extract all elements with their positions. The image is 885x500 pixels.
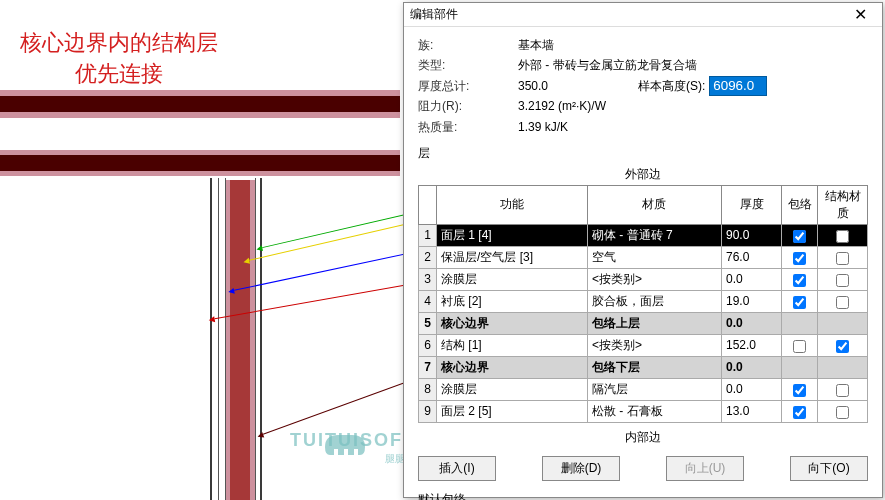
row-index: 5 <box>419 312 437 334</box>
table-row[interactable]: 1面层 1 [4]砌体 - 普通砖 790.0 <box>419 224 868 246</box>
checkbox[interactable] <box>793 252 806 265</box>
cell-material[interactable]: 空气 <box>587 246 721 268</box>
layers-table[interactable]: 功能 材质 厚度 包络 结构材质 1面层 1 [4]砌体 - 普通砖 790.0… <box>418 185 868 423</box>
checkbox[interactable] <box>836 230 849 243</box>
table-row[interactable]: 2保温层/空气层 [3]空气76.0 <box>419 246 868 268</box>
cell-structural[interactable] <box>818 224 868 246</box>
cell-thickness[interactable]: 0.0 <box>722 312 782 334</box>
table-row[interactable]: 3涂膜层<按类别>0.0 <box>419 268 868 290</box>
cell-wrap[interactable] <box>782 312 818 334</box>
table-row[interactable]: 4衬底 [2]胶合板，面层19.0 <box>419 290 868 312</box>
col-material: 材质 <box>587 185 721 224</box>
cell-thickness[interactable]: 19.0 <box>722 290 782 312</box>
wall-layer-line <box>210 178 212 500</box>
cell-function[interactable]: 结构 [1] <box>437 334 588 356</box>
cell-structural[interactable] <box>818 400 868 422</box>
cell-material[interactable]: <按类别> <box>587 334 721 356</box>
table-row[interactable]: 7核心边界包络下层0.0 <box>419 356 868 378</box>
cell-thickness[interactable]: 0.0 <box>722 378 782 400</box>
checkbox[interactable] <box>793 384 806 397</box>
resistance-value: 3.2192 (m²·K)/W <box>518 96 868 116</box>
checkbox[interactable] <box>793 340 806 353</box>
default-wrap-section: 默认包络 插入点(N): 不包络 结束点(E): 无 <box>404 487 882 500</box>
cell-thickness[interactable]: 0.0 <box>722 268 782 290</box>
table-row[interactable]: 6结构 [1]<按类别>152.0 <box>419 334 868 356</box>
sample-height-label: 样本高度(S): <box>638 76 705 96</box>
cell-thickness[interactable]: 76.0 <box>722 246 782 268</box>
checkbox[interactable] <box>836 296 849 309</box>
checkbox[interactable] <box>793 230 806 243</box>
checkbox[interactable] <box>793 296 806 309</box>
delete-button[interactable]: 删除(D) <box>542 456 620 481</box>
cell-material[interactable]: 砌体 - 普通砖 7 <box>587 224 721 246</box>
checkbox[interactable] <box>836 340 849 353</box>
row-index: 1 <box>419 224 437 246</box>
close-button[interactable]: ✕ <box>844 4 876 26</box>
checkbox[interactable] <box>836 406 849 419</box>
cell-thickness[interactable]: 90.0 <box>722 224 782 246</box>
checkbox[interactable] <box>836 384 849 397</box>
cell-function[interactable]: 核心边界 <box>437 312 588 334</box>
cell-thickness[interactable]: 13.0 <box>722 400 782 422</box>
cell-function[interactable]: 保温层/空气层 [3] <box>437 246 588 268</box>
sample-height-input[interactable] <box>709 76 767 96</box>
cell-structural[interactable] <box>818 356 868 378</box>
thermal-label: 热质量: <box>418 117 518 137</box>
checkbox[interactable] <box>836 252 849 265</box>
col-thickness: 厚度 <box>722 185 782 224</box>
watermark-logo-icon <box>320 425 370 460</box>
resistance-label: 阻力(R): <box>418 96 518 116</box>
wall-horizontal-1 <box>0 90 400 118</box>
arrow-green <box>262 210 423 248</box>
cell-structural[interactable] <box>818 246 868 268</box>
cell-function[interactable]: 核心边界 <box>437 356 588 378</box>
cell-function[interactable]: 涂膜层 <box>437 378 588 400</box>
cell-material[interactable]: 隔汽层 <box>587 378 721 400</box>
checkbox[interactable] <box>836 274 849 287</box>
table-row[interactable]: 8涂膜层隔汽层0.0 <box>419 378 868 400</box>
cell-structural[interactable] <box>818 268 868 290</box>
wall-layer-line <box>218 178 219 500</box>
cell-wrap[interactable] <box>782 268 818 290</box>
cell-material[interactable]: 胶合板，面层 <box>587 290 721 312</box>
cell-material[interactable]: 包络下层 <box>587 356 721 378</box>
wall-horizontal-2 <box>0 150 400 176</box>
table-row[interactable]: 9面层 2 [5]松散 - 石膏板13.0 <box>419 400 868 422</box>
annotation-text: 核心边界内的结构层 优先连接 <box>20 28 218 90</box>
insert-button[interactable]: 插入(I) <box>418 456 496 481</box>
cell-material[interactable]: 包络上层 <box>587 312 721 334</box>
cell-thickness[interactable]: 152.0 <box>722 334 782 356</box>
cell-thickness[interactable]: 0.0 <box>722 356 782 378</box>
cell-structural[interactable] <box>818 290 868 312</box>
wall-vertical <box>225 180 255 500</box>
cell-wrap[interactable] <box>782 400 818 422</box>
cell-structural[interactable] <box>818 312 868 334</box>
cell-function[interactable]: 衬底 [2] <box>437 290 588 312</box>
type-label: 类型: <box>418 55 518 75</box>
cell-structural[interactable] <box>818 334 868 356</box>
checkbox[interactable] <box>793 274 806 287</box>
cell-material[interactable]: 松散 - 石膏板 <box>587 400 721 422</box>
col-structural: 结构材质 <box>818 185 868 224</box>
inner-side-label: 内部边 <box>418 423 868 448</box>
arrow-blue <box>234 250 421 291</box>
titlebar[interactable]: 编辑部件 ✕ <box>404 3 882 27</box>
cell-material[interactable]: <按类别> <box>587 268 721 290</box>
family-value: 基本墙 <box>518 35 868 55</box>
cell-wrap[interactable] <box>782 356 818 378</box>
up-button[interactable]: 向上(U) <box>666 456 744 481</box>
cell-function[interactable]: 面层 1 [4] <box>437 224 588 246</box>
cell-wrap[interactable] <box>782 224 818 246</box>
cell-wrap[interactable] <box>782 334 818 356</box>
layers-title: 层 <box>418 145 868 162</box>
default-wrap-title: 默认包络 <box>418 491 868 500</box>
cell-wrap[interactable] <box>782 378 818 400</box>
cell-function[interactable]: 涂膜层 <box>437 268 588 290</box>
cell-wrap[interactable] <box>782 246 818 268</box>
table-row[interactable]: 5核心边界包络上层0.0 <box>419 312 868 334</box>
cell-wrap[interactable] <box>782 290 818 312</box>
cell-function[interactable]: 面层 2 [5] <box>437 400 588 422</box>
down-button[interactable]: 向下(O) <box>790 456 868 481</box>
checkbox[interactable] <box>793 406 806 419</box>
cell-structural[interactable] <box>818 378 868 400</box>
